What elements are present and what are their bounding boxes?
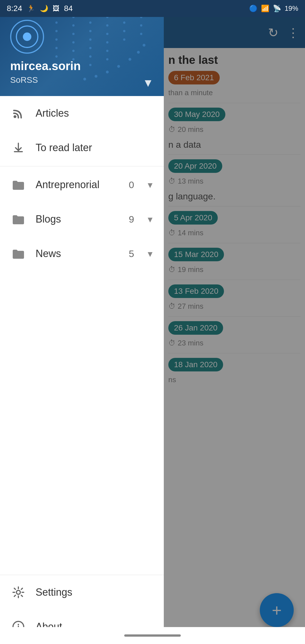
news-count: 5 [129, 248, 134, 259]
svg-point-27 [106, 33, 108, 35]
antreprenorial-expand-icon[interactable]: ▾ [148, 179, 152, 190]
svg-point-52 [18, 624, 19, 625]
nav-item-read-later[interactable]: To read later [0, 130, 164, 165]
svg-point-14 [72, 58, 75, 60]
nav-handle [124, 634, 181, 637]
rss-icon [11, 106, 25, 120]
blogs-label: Blogs [36, 213, 119, 225]
logo-core [23, 32, 31, 41]
svg-point-12 [72, 41, 75, 43]
svg-point-2 [55, 21, 58, 24]
svg-point-44 [106, 71, 109, 73]
svg-point-49 [14, 115, 16, 118]
svg-point-22 [89, 55, 91, 58]
svg-point-23 [89, 64, 91, 66]
notif-badge: 84 [64, 4, 73, 13]
moon-icon: 🌙 [40, 5, 48, 12]
articles-label: Articles [36, 107, 152, 119]
svg-point-10 [72, 24, 75, 27]
drawer-overlay[interactable] [164, 0, 305, 644]
nav-item-blogs[interactable]: Blogs 9 ▾ [0, 202, 164, 236]
drawer-nav: Articles To read later Antreprenorial 0 … [0, 96, 164, 575]
nav-item-articles[interactable]: Articles [0, 96, 164, 130]
battery-text: 19% [285, 5, 298, 12]
svg-point-34 [123, 30, 125, 32]
status-bar: 8:24 🏃 🌙 🖼 19% 84 🔵 📶 📡 19% [0, 0, 305, 17]
svg-point-33 [123, 21, 125, 24]
svg-point-38 [140, 24, 142, 27]
folder-icon-news [11, 247, 25, 261]
status-right-icons: 🔵 📶 📡 19% [249, 5, 298, 12]
nav-item-news[interactable]: News 5 ▾ [0, 236, 164, 271]
status-time: 8:24 🏃 🌙 🖼 19% 84 [7, 4, 73, 13]
activity-icon: 🏃 [27, 5, 35, 12]
blogs-count: 9 [129, 214, 134, 225]
svg-point-46 [128, 58, 131, 61]
blogs-expand-icon[interactable]: ▾ [148, 214, 152, 225]
antreprenorial-count: 0 [129, 179, 134, 190]
svg-point-42 [83, 78, 86, 80]
svg-point-35 [123, 38, 125, 41]
settings-label: Settings [36, 586, 152, 598]
image-icon: 🖼 [53, 5, 60, 12]
app-logo [10, 20, 44, 54]
svg-point-43 [95, 75, 97, 78]
bluetooth-icon: 🔵 [249, 5, 258, 12]
svg-point-30 [106, 58, 108, 60]
svg-point-5 [55, 47, 58, 49]
svg-point-3 [55, 30, 58, 32]
settings-icon [11, 585, 25, 599]
svg-point-15 [72, 67, 75, 69]
read-later-label: To read later [36, 142, 152, 154]
svg-point-45 [117, 65, 120, 68]
download-icon [11, 141, 25, 155]
svg-point-28 [106, 41, 108, 43]
svg-point-29 [106, 50, 108, 52]
nav-divider-1 [0, 166, 164, 166]
time-display: 8:24 [7, 4, 22, 13]
navigation-bar [0, 627, 305, 644]
svg-point-13 [72, 50, 75, 52]
drawer-expand-icon[interactable]: ▼ [142, 77, 154, 89]
news-label: News [36, 248, 119, 260]
signal-icon: 📡 [273, 5, 281, 12]
svg-point-11 [72, 33, 75, 35]
news-expand-icon[interactable]: ▾ [148, 248, 152, 259]
wifi-icon: 📶 [261, 5, 269, 12]
svg-point-26 [106, 24, 108, 27]
svg-point-6 [55, 55, 58, 58]
svg-point-48 [143, 44, 145, 47]
svg-point-19 [89, 30, 91, 32]
svg-point-4 [55, 38, 58, 41]
svg-point-18 [89, 21, 91, 24]
svg-point-50 [16, 590, 20, 594]
folder-icon-blogs [11, 212, 25, 226]
antreprenorial-label: Antreprenorial [36, 179, 119, 191]
navigation-drawer: mircea.sorin SoRSS ▼ Articles [0, 0, 164, 644]
svg-point-7 [55, 64, 58, 66]
nav-item-antreprenorial[interactable]: Antreprenorial 0 ▾ [0, 167, 164, 202]
logo-inner-ring [16, 25, 38, 48]
nav-item-settings[interactable]: Settings [0, 575, 164, 610]
svg-point-39 [140, 33, 142, 35]
svg-point-20 [89, 38, 91, 41]
folder-icon-antreprenorial [11, 178, 25, 192]
svg-point-21 [89, 47, 91, 49]
svg-point-47 [137, 51, 140, 54]
